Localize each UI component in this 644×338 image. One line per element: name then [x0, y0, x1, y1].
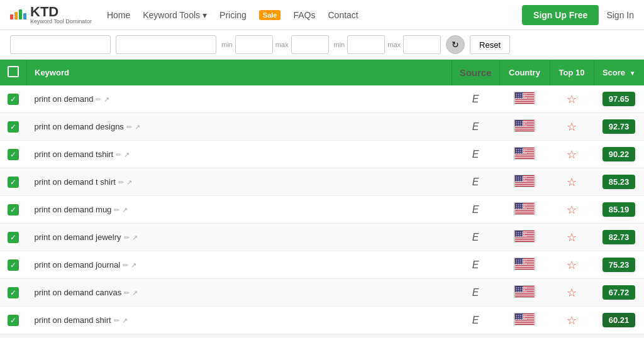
keyword-action-icons: ✏↗ [123, 261, 136, 270]
row-checkbox-cell[interactable]: ✓ [0, 85, 27, 113]
row-checkbox-cell[interactable]: ✓ [0, 113, 27, 141]
row-checkbox-cell[interactable]: ✓ [0, 168, 27, 196]
external-link-icon[interactable]: ↗ [131, 261, 136, 270]
row-checkbox[interactable]: ✓ [8, 94, 19, 105]
star-icon[interactable]: ☆ [567, 176, 577, 188]
row-checkbox[interactable]: ✓ [8, 204, 19, 215]
go-button[interactable]: ↻ [446, 35, 465, 54]
edit-icon[interactable]: ✏ [114, 206, 119, 214]
results-table: Keyword Source Country Top 10 Score ▼ ✓p… [0, 60, 644, 334]
volume-filter-group: min max [221, 35, 329, 54]
row-checkbox[interactable]: ✓ [8, 315, 19, 326]
keyword-text: print on demand [35, 94, 94, 104]
row-top10-cell[interactable]: ☆ [550, 113, 594, 141]
col-header-score[interactable]: Score ▼ [594, 60, 644, 85]
nav-sale-badge[interactable]: Sale [259, 10, 281, 20]
bar4 [23, 13, 26, 19]
row-top10-cell[interactable]: ☆ [550, 224, 594, 251]
keyword-text: print on demand shirt [35, 315, 111, 325]
signup-button[interactable]: Sign Up Free [522, 5, 599, 25]
nav-home[interactable]: Home [107, 10, 130, 20]
col-header-check[interactable] [0, 60, 27, 85]
external-link-icon[interactable]: ↗ [122, 317, 128, 325]
row-checkbox-cell[interactable]: ✓ [0, 224, 27, 251]
star-icon[interactable]: ☆ [567, 231, 577, 244]
row-checkbox-cell[interactable]: ✓ [0, 141, 27, 168]
row-source-cell: E [452, 307, 499, 334]
row-checkbox[interactable]: ✓ [8, 149, 19, 160]
row-keyword-cell: print on demand canvas✏↗ [27, 279, 452, 307]
row-checkbox[interactable]: ✓ [8, 177, 19, 188]
bar2 [14, 12, 18, 19]
svg-text:★★★★★★: ★★★★★★ [516, 207, 527, 210]
external-link-icon[interactable]: ↗ [132, 234, 138, 242]
table-row: ✓print on demand shirt✏↗E ★★★★★★ ★★★★★ ★… [0, 307, 644, 334]
star-icon[interactable]: ☆ [567, 204, 577, 216]
row-top10-cell[interactable]: ☆ [550, 141, 594, 168]
edit-icon[interactable]: ✏ [96, 95, 101, 104]
external-link-icon[interactable]: ↗ [135, 123, 140, 131]
svg-rect-39 [515, 185, 535, 185]
nav-pricing[interactable]: Pricing [219, 10, 247, 20]
star-icon[interactable]: ☆ [567, 93, 577, 106]
keyword-text: print on demand canvas [35, 288, 122, 297]
external-link-icon[interactable]: ↗ [126, 178, 132, 187]
row-top10-cell[interactable]: ☆ [550, 251, 594, 279]
col-header-country[interactable]: Country [499, 60, 550, 85]
row-checkbox[interactable]: ✓ [8, 259, 19, 271]
row-top10-cell[interactable]: ☆ [550, 168, 594, 196]
score-badge: 60.21 [602, 313, 635, 327]
reset-button[interactable]: Reset [470, 35, 510, 54]
col-header-top10[interactable]: Top 10 [550, 60, 594, 85]
keyword-filter-input[interactable] [10, 35, 111, 54]
edit-icon[interactable]: ✏ [114, 317, 119, 325]
external-link-icon[interactable]: ↗ [132, 289, 138, 297]
secondary-filter-input[interactable] [116, 35, 216, 54]
row-top10-cell[interactable]: ☆ [550, 307, 594, 334]
row-keyword-cell: print on demand mug✏↗ [27, 196, 452, 224]
col-header-source[interactable]: Source [452, 60, 499, 85]
cpc-min-input[interactable] [347, 35, 385, 54]
row-checkbox-cell[interactable]: ✓ [0, 279, 27, 307]
keyword-text: print on demand jewelry [35, 232, 121, 242]
edit-icon[interactable]: ✏ [123, 261, 128, 270]
row-top10-cell[interactable]: ☆ [550, 279, 594, 307]
edit-icon[interactable]: ✏ [124, 234, 130, 242]
row-top10-cell[interactable]: ☆ [550, 196, 594, 224]
svg-text:★★★★★★: ★★★★★★ [516, 318, 527, 320]
volume-min-input[interactable] [235, 35, 273, 54]
signin-button[interactable]: Sign In [606, 10, 634, 20]
source-letter: E [472, 94, 479, 104]
edit-icon[interactable]: ✏ [116, 151, 121, 159]
row-checkbox-cell[interactable]: ✓ [0, 196, 27, 224]
star-icon[interactable]: ☆ [567, 314, 577, 327]
bar3 [19, 9, 22, 19]
edit-icon[interactable]: ✏ [126, 123, 132, 131]
row-checkbox-cell[interactable]: ✓ [0, 251, 27, 279]
row-checkbox[interactable]: ✓ [8, 121, 19, 133]
row-checkbox[interactable]: ✓ [8, 287, 19, 298]
col-header-keyword[interactable]: Keyword [27, 60, 452, 85]
svg-rect-50 [515, 212, 535, 213]
external-link-icon[interactable]: ↗ [124, 151, 130, 159]
star-icon[interactable]: ☆ [567, 148, 577, 161]
row-checkbox-cell[interactable]: ✓ [0, 307, 27, 334]
row-top10-cell[interactable]: ☆ [550, 85, 594, 113]
external-link-icon[interactable]: ↗ [122, 206, 128, 214]
star-icon[interactable]: ☆ [567, 259, 577, 271]
volume-max-input[interactable] [291, 35, 329, 54]
select-all-checkbox[interactable] [8, 66, 19, 77]
cpc-max-input[interactable] [403, 35, 441, 54]
external-link-icon[interactable]: ↗ [104, 95, 109, 104]
star-icon[interactable]: ☆ [567, 286, 577, 299]
edit-icon[interactable]: ✏ [124, 289, 130, 297]
svg-rect-27 [515, 155, 535, 156]
row-checkbox[interactable]: ✓ [8, 232, 19, 243]
nav-keyword-tools[interactable]: Keyword Tools ▾ [143, 10, 207, 20]
row-country-cell: ★★★★★★ ★★★★★ ★★★★★★ [499, 141, 550, 168]
nav-faqs[interactable]: FAQs [293, 10, 315, 20]
star-icon[interactable]: ☆ [567, 121, 577, 133]
us-flag-icon: ★★★★★★ ★★★★★ ★★★★★★ [514, 230, 535, 243]
edit-icon[interactable]: ✏ [118, 178, 124, 187]
nav-contact[interactable]: Contact [328, 10, 358, 20]
